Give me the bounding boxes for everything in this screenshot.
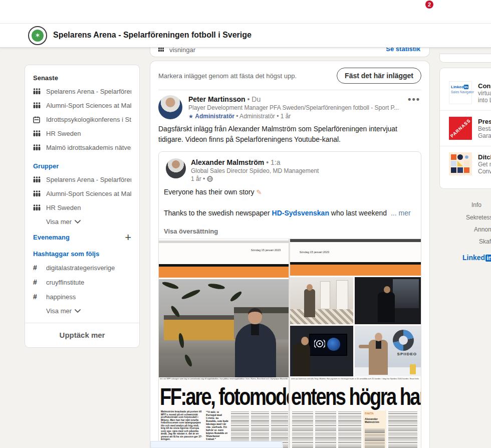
hashtags-heading[interactable]: Hashtaggar som följs xyxy=(33,250,131,258)
embedded-author-avatar[interactable] xyxy=(166,158,186,178)
hd-sydsvenskan-link[interactable]: HD-Sydsvenskan xyxy=(272,209,329,217)
group-icon xyxy=(33,144,41,151)
browser-link-tooltip xyxy=(150,441,283,448)
recent-item[interactable]: Alumni-Sport Sciences at Mal... xyxy=(33,102,131,109)
admin-badge: Administratör xyxy=(195,113,234,120)
shapes-grid-logo xyxy=(449,152,472,175)
ad-sales-navigator[interactable]: Linkedin Sales Navigator Conn virtual in… xyxy=(440,75,491,110)
embedded-time: 1 år • xyxy=(191,175,205,182)
embedded-text1: Everyone has their own story xyxy=(164,188,255,196)
hashtag-icon: # xyxy=(33,278,41,286)
left-sidebar-card: Senaste Spelarens Arena - Spelarföreni..… xyxy=(25,65,139,347)
recent-item[interactable]: Spelarens Arena - Spelarföreni... xyxy=(33,88,131,95)
hashtag-item[interactable]: # happiness xyxy=(33,293,131,301)
group-title: Spelarens Arena - Spelarföreningen fotbo… xyxy=(53,31,252,40)
newspaper-fakta-box: FAKTA Alexander Malmström xyxy=(363,410,386,448)
discover-more-button[interactable]: Upptäck mer xyxy=(25,323,139,347)
footer-link-ads[interactable]: Annons xyxy=(474,226,491,233)
recent-heading: Senaste xyxy=(33,74,131,82)
newspaper-photo-man-square xyxy=(159,279,289,377)
hashtag-icon: # xyxy=(33,264,41,272)
ad-line: Garan xyxy=(478,132,491,139)
ad-line: virtual xyxy=(478,90,491,97)
calendar-icon xyxy=(33,116,41,123)
admin-star-icon: ★ xyxy=(188,113,193,119)
see-stats-link[interactable]: Se statistik xyxy=(386,48,420,53)
post-overflow-menu[interactable]: ••• xyxy=(408,94,420,105)
newspaper-image[interactable]: Söndag 15 januari 2023 örn var MFF-talan… xyxy=(159,239,421,448)
embedded-author-name[interactable]: Alexander Malmström xyxy=(191,158,264,166)
ad-line: Bestäl xyxy=(478,125,491,132)
ad-line: Get m xyxy=(478,161,491,168)
top-navigation-bar xyxy=(0,0,491,24)
newspaper-caption-left: örn var MFF-talangen som tog en annorlun… xyxy=(160,377,288,380)
hashtags-show-more[interactable]: Visa mer xyxy=(46,307,131,315)
groups-show-more[interactable]: Visa mer xyxy=(46,218,131,226)
group-list-item[interactable]: HR Sweden xyxy=(33,204,131,211)
spiideo-logo xyxy=(393,330,414,351)
group-icon xyxy=(33,102,41,109)
add-event-icon[interactable]: + xyxy=(125,234,131,241)
embedded-author-headline: Global Sales Director Spiideo, MD Manage… xyxy=(191,167,319,174)
recent-item[interactable]: Idrottspsykologikonferens i St... xyxy=(33,116,131,123)
clipped-rail-card xyxy=(440,54,491,62)
newspaper-headline-right: entens högra hand xyxy=(291,383,421,410)
embedded-post-card[interactable]: Alexander Malmström • 1:a Global Sales D… xyxy=(158,151,421,448)
divider xyxy=(158,90,421,90)
group-logo-emblem: ✶ xyxy=(32,30,44,42)
group-list-item[interactable]: Spelarens Arena - Spelarföreni... xyxy=(33,176,131,183)
embedded-text2-post: who last weekend xyxy=(329,209,387,217)
newspaper-lead-paragraph: Malmström knackade på porten till MFF:s … xyxy=(161,410,203,441)
analytics-grid-icon xyxy=(158,48,165,53)
newspaper-photo-hallway xyxy=(290,277,353,324)
chevron-down-icon xyxy=(75,220,81,223)
newspaper-caption-right: orter på kameran vid Lilla Torg i Malmö.… xyxy=(291,377,419,380)
ad-title: Ditch xyxy=(478,153,491,161)
group-icon xyxy=(33,190,41,197)
hashtag-item[interactable]: # digitalastrategerisverige xyxy=(33,264,131,272)
newspaper-date-right: Söndag 15 januari 2023 xyxy=(300,251,329,254)
embedded-degree: • 1:a xyxy=(266,158,280,166)
ad-title: Conn xyxy=(478,82,491,90)
pin-hint-text: Markera inlägget genom att fästa det hög… xyxy=(158,72,297,80)
recent-item[interactable]: HR Sweden xyxy=(33,130,131,137)
linkedin-footer-logo: Linkedin xyxy=(462,254,491,262)
group-list-item[interactable]: Alumni-Sport Sciences at Mal... xyxy=(33,190,131,197)
post-text-line2: tidigare. Videon finns på Spelarförening… xyxy=(158,134,397,145)
newspaper-photo-office-spiideo: SPIIDEO xyxy=(355,326,421,376)
ads-card: Linkedin Sales Navigator Conn virtual in… xyxy=(440,68,491,188)
footer-link-info[interactable]: Info xyxy=(471,201,481,208)
notification-badge: 2 xyxy=(425,1,433,9)
ad-parnass[interactable]: PARNASS Prese Bestäl Garan xyxy=(440,110,491,146)
group-logo[interactable]: ✶ xyxy=(28,26,47,45)
post-author-avatar[interactable] xyxy=(158,95,182,119)
ad-title: Prese xyxy=(478,118,491,125)
impressions-text: visningar xyxy=(169,48,195,54)
show-translation-link[interactable]: Visa översättning xyxy=(164,228,218,235)
see-more-link[interactable]: ... mer xyxy=(391,209,411,217)
footer-link-privacy[interactable]: Sekretess xyxy=(466,214,491,221)
groups-heading[interactable]: Grupper xyxy=(33,162,131,170)
writing-hand-emoji: ✎ xyxy=(256,188,262,196)
newspaper-left-page: Söndag 15 januari 2023 örn var MFF-talan… xyxy=(159,239,289,448)
post-author-headline: Player Development Manager PFA Sweden/Sp… xyxy=(188,104,399,111)
post-text-line1: Dagsfärskt inlägg från Alexander Malmstr… xyxy=(158,124,397,134)
ad-line: Conve xyxy=(478,168,491,175)
events-heading[interactable]: Evenemang xyxy=(33,234,70,241)
group-icon xyxy=(33,130,41,137)
newspaper-date-left: Söndag 15 januari 2023 xyxy=(251,249,281,252)
newspaper-pullquote: ”Vi möt- te Portugal med Cristia- no Ron… xyxy=(206,410,229,441)
pin-post-button[interactable]: Fäst det här inlägget xyxy=(337,68,421,84)
parnass-logo: PARNASS xyxy=(449,117,472,140)
fakta-label: FAKTA xyxy=(365,412,377,415)
newspaper-right-page: Söndag 15 januari 2023 SPIIDEO xyxy=(290,239,421,448)
footer-link-app[interactable]: Skaffa xyxy=(479,238,491,245)
hashtag-item[interactable]: # cruyffinstitute xyxy=(33,278,131,286)
chevron-down-icon xyxy=(75,309,81,313)
ad-ditch[interactable]: Ditch Get m Conve xyxy=(440,146,491,181)
globe-icon xyxy=(207,176,213,182)
post-author-name[interactable]: Peter Martinsson xyxy=(188,95,246,103)
newspaper-photo-man-sitting xyxy=(355,277,421,324)
group-icon xyxy=(33,176,41,183)
recent-item[interactable]: Malmö idrottsakademis nätverk xyxy=(33,144,131,151)
